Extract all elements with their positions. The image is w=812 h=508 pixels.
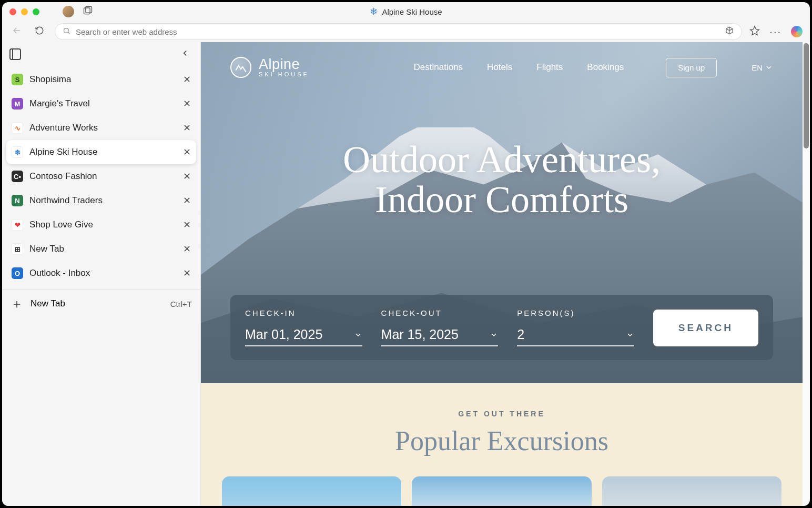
tab-close-button[interactable]: ✕: [183, 146, 191, 158]
profile-avatar[interactable]: [63, 6, 74, 17]
window-minimize-button[interactable]: [21, 8, 28, 15]
tab-close-button[interactable]: ✕: [183, 122, 191, 134]
favorites-icon[interactable]: [749, 25, 760, 38]
nav-link[interactable]: Destinations: [414, 62, 463, 73]
sidebar-tab[interactable]: O Outlook - Inbox ✕: [6, 261, 196, 285]
tab-favicon: ⊞: [12, 243, 23, 255]
vertical-tabs-sidebar: S Shopisima ✕M Margie's Travel ✕∿ Advent…: [2, 42, 201, 506]
address-bar[interactable]: [55, 23, 742, 40]
language-label: EN: [752, 63, 763, 72]
tab-favicon: C•: [12, 171, 23, 182]
checkout-value: Mar 15, 2025: [381, 327, 459, 342]
excursion-card[interactable]: [602, 476, 781, 506]
collapse-sidebar-button[interactable]: [177, 46, 193, 62]
sidebar-tab[interactable]: ∿ Adventure Works ✕: [6, 116, 196, 140]
tab-favicon: O: [12, 267, 23, 279]
new-tab-button[interactable]: ＋ New Tab Ctrl+T: [2, 290, 200, 317]
snowflake-icon: ❄: [370, 6, 378, 17]
tab-actions-icon[interactable]: [9, 48, 21, 60]
tab-close-button[interactable]: ✕: [183, 243, 191, 255]
sidebar-tab[interactable]: ❄ Alpine Ski House ✕: [6, 140, 196, 164]
tab-label: Shop Love Give: [29, 220, 177, 230]
sidebar-tab[interactable]: C• Contoso Fashion ✕: [6, 164, 196, 188]
site-navigation: Alpine SKI HOUSE DestinationsHotelsFligh…: [201, 42, 803, 78]
tab-label: Contoso Fashion: [29, 171, 177, 182]
tab-favicon: ❤: [12, 219, 23, 231]
brand-name: Alpine: [259, 57, 309, 72]
chevron-down-icon: [490, 331, 498, 339]
window-maximize-button[interactable]: [33, 8, 39, 15]
svg-point-2: [64, 28, 69, 33]
tab-label: Outlook - Inbox: [29, 268, 177, 278]
scrollbar-thumb[interactable]: [804, 43, 809, 148]
booking-search-card: CHECK-IN Mar 01, 2025 CHECK-OUT Mar 15, …: [230, 295, 773, 360]
page-scrollbar[interactable]: [803, 42, 810, 506]
tab-close-button[interactable]: ✕: [183, 219, 191, 231]
tab-label: New Tab: [29, 244, 177, 254]
tab-favicon: ❄: [12, 146, 23, 158]
excursion-card[interactable]: [412, 476, 591, 506]
nav-link[interactable]: Bookings: [587, 62, 624, 73]
tab-favicon: M: [12, 98, 23, 109]
section-title: Popular Excursions: [222, 425, 781, 456]
svg-rect-0: [84, 8, 90, 14]
sidebar-tab[interactable]: S Shopisima ✕: [6, 67, 196, 92]
search-icon: [63, 27, 70, 37]
tab-close-button[interactable]: ✕: [183, 74, 191, 85]
tab-label: Alpine Ski House: [29, 147, 177, 157]
sidebar-tab[interactable]: N Northwind Traders ✕: [6, 188, 196, 213]
hero-title: Outdoor Adventures, Indoor Comforts: [201, 140, 803, 220]
brand-subtitle: SKI HOUSE: [259, 72, 309, 78]
persons-field[interactable]: PERSON(S) 2: [517, 308, 634, 346]
tab-close-button[interactable]: ✕: [183, 195, 191, 206]
plus-icon: ＋: [11, 297, 23, 310]
checkout-label: CHECK-OUT: [381, 308, 499, 317]
more-menu-icon[interactable]: ···: [769, 26, 781, 38]
signup-button[interactable]: Sign up: [666, 58, 717, 77]
sidebar-tab[interactable]: ⊞ New Tab ✕: [6, 237, 196, 261]
checkin-label: CHECK-IN: [245, 308, 362, 317]
browser-toolbar: ···: [2, 21, 810, 42]
window-titlebar: ❄ Alpine Ski House: [2, 2, 810, 21]
chevron-down-icon: [765, 63, 773, 72]
back-button[interactable]: [9, 23, 24, 41]
persons-label: PERSON(S): [517, 308, 634, 317]
sidebar-tab[interactable]: M Margie's Travel ✕: [6, 92, 196, 116]
tab-label: Northwind Traders: [29, 195, 177, 206]
excursion-card[interactable]: [222, 476, 401, 506]
tab-close-button[interactable]: ✕: [183, 267, 191, 279]
chevron-down-icon: [354, 331, 362, 339]
brand-logo[interactable]: Alpine SKI HOUSE: [230, 57, 309, 78]
copilot-icon[interactable]: [791, 26, 803, 37]
checkin-value: Mar 01, 2025: [245, 327, 322, 342]
logo-icon: [230, 57, 251, 78]
read-aloud-icon[interactable]: [725, 26, 734, 37]
svg-rect-1: [86, 7, 92, 13]
tab-favicon: S: [12, 74, 23, 85]
window-title: Alpine Ski House: [382, 7, 442, 16]
nav-link[interactable]: Flights: [536, 62, 563, 73]
window-close-button[interactable]: [9, 8, 16, 15]
tab-label: Shopisima: [29, 74, 177, 85]
checkout-field[interactable]: CHECK-OUT Mar 15, 2025: [381, 308, 499, 346]
checkin-field[interactable]: CHECK-IN Mar 01, 2025: [245, 308, 362, 346]
tab-close-button[interactable]: ✕: [183, 171, 191, 182]
chevron-down-icon: [626, 331, 634, 339]
workspaces-icon[interactable]: [83, 5, 93, 18]
hero-section: Alpine SKI HOUSE DestinationsHotelsFligh…: [201, 42, 803, 383]
new-tab-shortcut: Ctrl+T: [170, 300, 192, 308]
new-tab-label: New Tab: [31, 298, 163, 309]
tab-label: Margie's Travel: [29, 98, 177, 109]
reload-button[interactable]: [32, 24, 47, 39]
sidebar-tab[interactable]: ❤ Shop Love Give ✕: [6, 213, 196, 237]
tab-label: Adventure Works: [29, 123, 177, 133]
address-input[interactable]: [76, 27, 719, 36]
tab-favicon: N: [12, 195, 23, 206]
search-button[interactable]: SEARCH: [653, 310, 758, 346]
tab-favicon: ∿: [12, 122, 23, 134]
nav-link[interactable]: Hotels: [487, 62, 512, 73]
language-selector[interactable]: EN: [752, 63, 773, 72]
excursions-section: GET OUT THERE Popular Excursions: [201, 383, 803, 506]
tab-close-button[interactable]: ✕: [183, 98, 191, 109]
section-eyebrow: GET OUT THERE: [222, 410, 781, 418]
